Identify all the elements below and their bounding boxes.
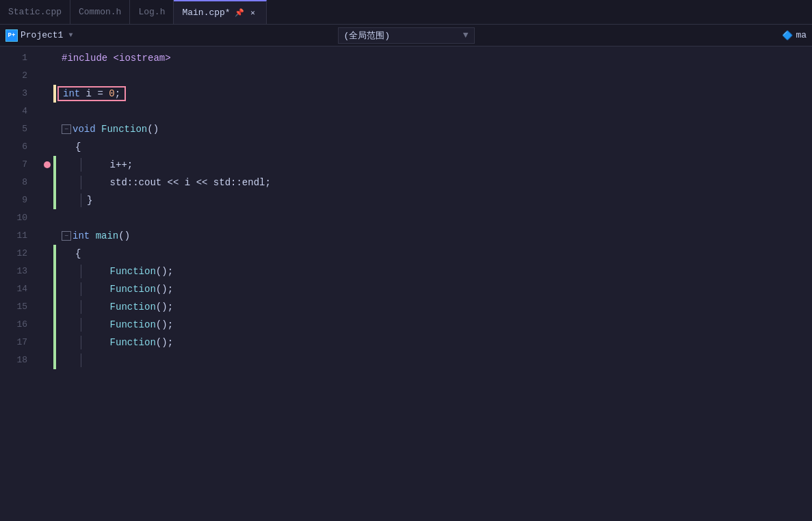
tab-main-cpp[interactable]: Main.cpp* 📌 ✕: [174, 0, 266, 24]
code-line-17: Function ();: [62, 334, 812, 351]
gutter-10: [41, 209, 53, 227]
project-dropdown-icon[interactable]: ▼: [68, 31, 73, 39]
token-space: [90, 230, 95, 241]
token-space: [96, 124, 101, 135]
tab-static-cpp[interactable]: Static.cpp: [0, 0, 70, 24]
line-num-7: 7: [0, 156, 33, 174]
gutter-5: [41, 120, 53, 138]
gutter: [41, 46, 53, 521]
token-iinc: i++;: [87, 159, 133, 170]
breakpoint-icon: [44, 161, 51, 168]
fold-toggle-5[interactable]: −: [62, 124, 71, 134]
token-function-call-15: Function: [87, 302, 156, 312]
fold-toggle-11[interactable]: −: [62, 231, 71, 241]
gutter-17: [41, 334, 53, 351]
code-line-8: std::cout << i << std::endl;: [62, 174, 812, 191]
token-cout: std::cout << i << std::endl;: [87, 177, 271, 188]
token-int: int: [63, 88, 80, 99]
code-line-11: − int main (): [62, 227, 812, 245]
gutter-14: [41, 280, 53, 298]
line-num-11: 11: [0, 227, 33, 245]
token-zero: 0: [109, 88, 114, 99]
toolbar-right: 🔷 ma: [543, 30, 807, 41]
token-open-brace-12: {: [75, 248, 81, 259]
gutter-3: [41, 85, 53, 103]
gutter-18: [41, 351, 53, 369]
code-line-4: [62, 103, 812, 120]
code-line-16: Function ();: [62, 316, 812, 334]
pin-icon[interactable]: 📌: [235, 8, 244, 17]
code-line-3: int i = 0 ;: [62, 85, 812, 103]
line-num-4: 4: [0, 103, 33, 120]
line-num-17: 17: [0, 334, 33, 351]
code-line-12: {: [62, 245, 812, 263]
line-num-14: 14: [0, 280, 33, 298]
line-num-9: 9: [0, 191, 33, 209]
toolbar-center: (全局范围) ▼: [274, 27, 538, 44]
token-call-semi-13: ();: [156, 266, 173, 277]
code-line-7: i++;: [62, 156, 812, 174]
tab-label: Main.cpp*: [182, 8, 230, 18]
code-line-1: #include <iostream>: [62, 49, 812, 67]
tab-label: Common.h: [79, 7, 121, 17]
gutter-8: [41, 174, 53, 191]
close-icon[interactable]: ✕: [248, 8, 258, 18]
token-int-main: int: [73, 230, 90, 241]
code-line-14: Function ();: [62, 280, 812, 298]
right-label: ma: [796, 30, 807, 40]
code-line-10: [62, 209, 812, 227]
token-function-call-14: Function: [87, 284, 156, 295]
code-line-2: [62, 67, 812, 85]
highlight-box: int i = 0 ;: [57, 86, 126, 101]
line-num-15: 15: [0, 298, 33, 316]
line-numbers: 1 2 3 4 5 6 7 8 9 10 11 12 13 14 15 16 1…: [0, 46, 41, 521]
token-void: void: [73, 124, 96, 135]
token-main-name: main: [96, 230, 119, 241]
code-line-13: Function ();: [62, 263, 812, 280]
right-icon: 🔷: [782, 30, 793, 41]
scope-label: (全局范围): [344, 29, 391, 42]
code-line-5: − void Function (): [62, 120, 812, 138]
token-close-brace-9: }: [87, 195, 92, 206]
token-main-parens: (): [118, 230, 130, 241]
gutter-15: [41, 298, 53, 316]
gutter-16: [41, 316, 53, 334]
line-num-16: 16: [0, 316, 33, 334]
token-space: i =: [80, 88, 109, 99]
line-num-1: 1: [0, 49, 33, 67]
token-call-semi-16: ();: [156, 319, 173, 330]
token-open-brace-6: {: [75, 142, 81, 152]
tab-label: Log.h: [138, 7, 165, 17]
gutter-13: [41, 263, 53, 280]
token-call-semi-15: ();: [156, 302, 173, 312]
code-line-18: [62, 351, 812, 369]
token-function-call-17: Function: [87, 337, 156, 348]
toolbar: P+ Project1 ▼ (全局范围) ▼ 🔷 ma: [0, 25, 812, 46]
token-function-call-16: Function: [87, 319, 156, 330]
line-num-12: 12: [0, 245, 33, 263]
line-num-2: 2: [0, 67, 33, 85]
line-num-13: 13: [0, 263, 33, 280]
code-area[interactable]: #include <iostream> int i = 0 ; − void F…: [56, 46, 812, 521]
tab-common-h[interactable]: Common.h: [70, 0, 130, 24]
editor: 1 2 3 4 5 6 7 8 9 10 11 12 13 14 15 16 1…: [0, 46, 812, 521]
gutter-7[interactable]: [41, 156, 53, 174]
scope-select[interactable]: (全局范围) ▼: [338, 27, 475, 44]
line-num-8: 8: [0, 174, 33, 191]
toolbar-left: P+ Project1 ▼: [5, 29, 269, 42]
scope-dropdown-icon: ▼: [463, 30, 469, 40]
project-icon: P+: [5, 29, 18, 42]
gutter-2: [41, 67, 53, 85]
token-call-semi-17: ();: [156, 337, 173, 348]
line-num-3: 3: [0, 85, 33, 103]
token-function-name: Function: [101, 124, 147, 135]
gutter-12: [41, 245, 53, 263]
gutter-1: [41, 49, 53, 67]
code-line-15: Function ();: [62, 298, 812, 316]
line-num-6: 6: [0, 138, 33, 156]
gutter-4: [41, 103, 53, 120]
tab-bar: Static.cpp Common.h Log.h Main.cpp* 📌 ✕: [0, 0, 812, 25]
tab-log-h[interactable]: Log.h: [130, 0, 174, 24]
token-call-semi-14: ();: [156, 284, 173, 295]
token-semi: ;: [115, 88, 120, 99]
